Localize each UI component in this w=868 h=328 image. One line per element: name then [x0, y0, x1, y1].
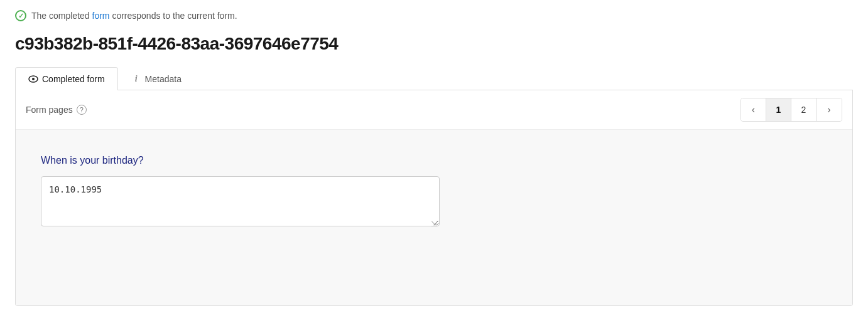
- page-wrapper: The completed form corresponds to the cu…: [0, 0, 868, 328]
- info-icon: i: [131, 74, 141, 84]
- form-pages-text: Form pages: [26, 105, 73, 115]
- status-message: The completed form corresponds to the cu…: [31, 11, 237, 21]
- content-panel: Form pages ? ‹ 1 2 › When is your birthd…: [15, 90, 853, 306]
- form-pages-header: Form pages ? ‹ 1 2 ›: [16, 90, 852, 130]
- tab-metadata[interactable]: i Metadata: [118, 67, 195, 90]
- check-circle-icon: [15, 10, 26, 21]
- page-1-button[interactable]: 1: [766, 98, 791, 121]
- svg-point-1: [32, 78, 35, 80]
- form-pages-label: Form pages ?: [26, 105, 87, 115]
- prev-arrow-icon: ‹: [752, 104, 755, 115]
- eye-icon: [28, 74, 38, 84]
- next-page-button[interactable]: ›: [816, 98, 842, 121]
- pagination: ‹ 1 2 ›: [741, 98, 842, 122]
- answer-container: ⇲: [41, 176, 440, 229]
- answer-textarea[interactable]: [41, 176, 440, 226]
- form-content: When is your birthday? ⇲: [16, 130, 852, 305]
- question-label: When is your birthday?: [41, 155, 827, 166]
- next-arrow-icon: ›: [827, 104, 830, 115]
- page-2-button[interactable]: 2: [791, 98, 816, 121]
- prev-page-button[interactable]: ‹: [741, 98, 766, 121]
- tab-metadata-label: Metadata: [145, 74, 182, 84]
- record-id: c93b382b-851f-4426-83aa-3697646e7754: [15, 34, 853, 54]
- tab-completed-form-label: Completed form: [42, 74, 105, 84]
- status-bar: The completed form corresponds to the cu…: [15, 10, 853, 21]
- form-link[interactable]: form: [92, 11, 110, 21]
- tab-completed-form[interactable]: Completed form: [15, 67, 118, 90]
- help-icon[interactable]: ?: [77, 105, 87, 115]
- tabs-container: Completed form i Metadata: [15, 66, 853, 90]
